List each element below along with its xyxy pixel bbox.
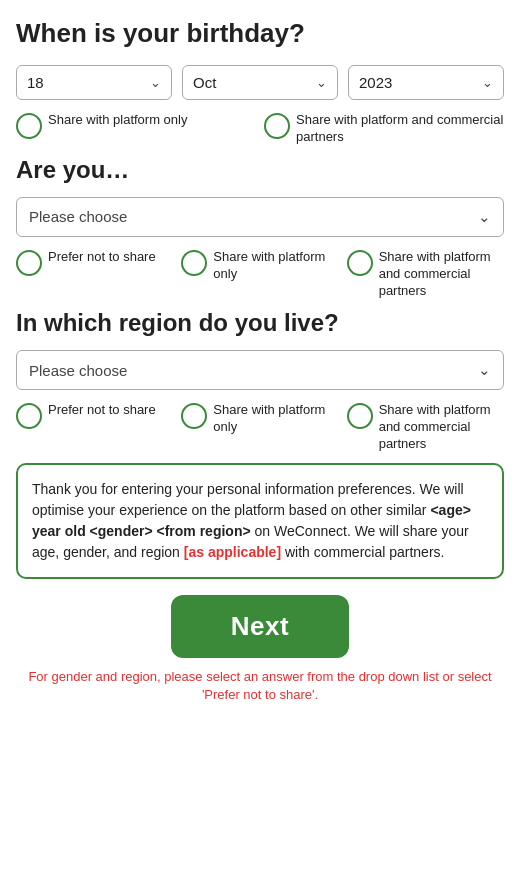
region-radio-option-3[interactable]: Share with platform and commercial partn… — [347, 402, 504, 453]
gender-radio-option-2[interactable]: Share with platform only — [181, 249, 338, 283]
region-radio-option-2[interactable]: Share with platform only — [181, 402, 338, 436]
region-radio-label-1: Prefer not to share — [48, 402, 156, 419]
region-radio-circle-3[interactable] — [347, 403, 373, 429]
birthday-radio-option-1[interactable]: Share with platform only — [16, 112, 256, 139]
region-radio-circle-2[interactable] — [181, 403, 207, 429]
birthday-selects: 18 ⌄ Oct ⌄ 2023 ⌄ — [16, 65, 504, 100]
day-select[interactable]: 18 ⌄ — [16, 65, 172, 100]
birthday-radio-label-1: Share with platform only — [48, 112, 187, 129]
year-chevron-icon: ⌄ — [482, 75, 493, 90]
gender-radio-circle-3[interactable] — [347, 250, 373, 276]
gender-radio-option-3[interactable]: Share with platform and commercial partn… — [347, 249, 504, 300]
gender-radio-label-3: Share with platform and commercial partn… — [379, 249, 504, 300]
region-title: In which region do you live? — [16, 309, 504, 338]
birthday-radio-label-2: Share with platform and commercial partn… — [296, 112, 504, 146]
month-chevron-icon: ⌄ — [316, 75, 327, 90]
gender-placeholder: Please choose — [29, 208, 127, 225]
day-value: 18 — [27, 74, 44, 91]
gender-radio-label-2: Share with platform only — [213, 249, 338, 283]
info-box: Thank you for entering your personal inf… — [16, 463, 504, 579]
region-placeholder: Please choose — [29, 362, 127, 379]
gender-radio-circle-2[interactable] — [181, 250, 207, 276]
region-radio-circle-1[interactable] — [16, 403, 42, 429]
day-chevron-icon: ⌄ — [150, 75, 161, 90]
info-text-before: Thank you for entering your personal inf… — [32, 481, 464, 518]
birthday-radio-circle-1[interactable] — [16, 113, 42, 139]
year-select[interactable]: 2023 ⌄ — [348, 65, 504, 100]
region-radio-label-2: Share with platform only — [213, 402, 338, 436]
gender-radio-option-1[interactable]: Prefer not to share — [16, 249, 173, 276]
region-radio-row: Prefer not to share Share with platform … — [16, 402, 504, 453]
next-button[interactable]: Next — [171, 595, 349, 658]
region-select[interactable]: Please choose ⌄ — [16, 350, 504, 390]
year-value: 2023 — [359, 74, 392, 91]
info-text-after: with commercial partners. — [281, 544, 444, 560]
gender-radio-row: Prefer not to share Share with platform … — [16, 249, 504, 300]
info-red-text: [as applicable] — [184, 544, 281, 560]
region-radio-label-3: Share with platform and commercial partn… — [379, 402, 504, 453]
gender-title: Are you… — [16, 156, 504, 185]
month-select[interactable]: Oct ⌄ — [182, 65, 338, 100]
birthday-title: When is your birthday? — [16, 18, 504, 49]
gender-radio-circle-1[interactable] — [16, 250, 42, 276]
gender-radio-label-1: Prefer not to share — [48, 249, 156, 266]
error-message: For gender and region, please select an … — [16, 668, 504, 704]
birthday-radio-option-2[interactable]: Share with platform and commercial partn… — [264, 112, 504, 146]
birthday-radio-row: Share with platform only Share with plat… — [16, 112, 504, 146]
gender-select[interactable]: Please choose ⌄ — [16, 197, 504, 237]
month-value: Oct — [193, 74, 216, 91]
region-chevron-icon: ⌄ — [478, 361, 491, 379]
birthday-radio-circle-2[interactable] — [264, 113, 290, 139]
region-radio-option-1[interactable]: Prefer not to share — [16, 402, 173, 429]
gender-chevron-icon: ⌄ — [478, 208, 491, 226]
